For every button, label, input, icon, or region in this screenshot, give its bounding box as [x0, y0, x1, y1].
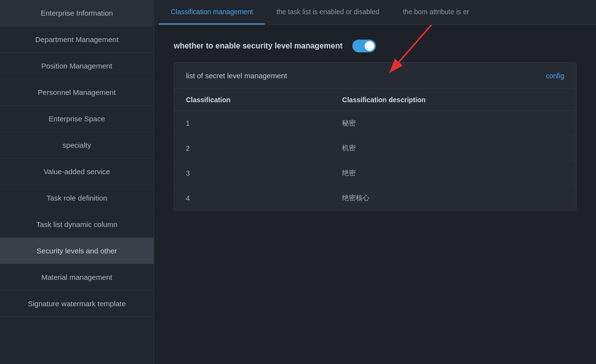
col-classification: Classification: [174, 89, 330, 111]
col-description: Classification description: [330, 89, 576, 111]
security-level-toggle[interactable]: [352, 40, 376, 52]
sidebar-item-specialty[interactable]: specialty: [0, 132, 154, 159]
cell-classification: 1: [174, 111, 330, 136]
sidebar-item-value-added[interactable]: Value-added service: [0, 159, 154, 185]
main-panel: Classification management the task list …: [154, 0, 596, 364]
tab-bom-attribute[interactable]: the bom attribute is er: [391, 0, 481, 24]
config-link[interactable]: config: [546, 72, 564, 80]
cell-description: 机密: [330, 136, 576, 161]
toggle-thumb: [365, 41, 374, 51]
cell-description: 绝密: [330, 161, 576, 186]
sidebar-item-enterprise-info[interactable]: Enterprise Information: [0, 0, 154, 26]
cell-description: 秘密: [330, 111, 576, 136]
sidebar-item-personnel-mgmt[interactable]: Personnel Management: [0, 79, 154, 106]
sidebar-item-task-role[interactable]: Task role definition: [0, 185, 154, 211]
classification-table: Classification Classification descriptio…: [174, 89, 576, 210]
secret-level-box: list of secret level management config C…: [174, 62, 576, 211]
toggle-label: whether to enable security level managem…: [174, 42, 343, 50]
sidebar-item-position-mgmt[interactable]: Position Management: [0, 53, 154, 79]
sidebar-item-enterprise-space[interactable]: Enterprise Space: [0, 106, 154, 132]
tab-bar: Classification management the task list …: [154, 0, 596, 25]
toggle-row: whether to enable security level managem…: [174, 40, 576, 52]
tab-task-list-toggle[interactable]: the task list is enabled or disabled: [265, 0, 391, 24]
cell-description: 绝密核心: [330, 186, 576, 211]
cell-classification: 2: [174, 136, 330, 161]
secret-box-title: list of secret level management: [186, 71, 287, 80]
sidebar-item-signature-watermark[interactable]: Signature watermark template: [0, 291, 154, 317]
cell-classification: 3: [174, 161, 330, 186]
table-row: 3绝密: [174, 161, 576, 186]
secret-box-header: list of secret level management config: [174, 63, 576, 89]
tab-classification-mgmt[interactable]: Classification management: [159, 0, 265, 24]
sidebar-item-department-mgmt[interactable]: Department Management: [0, 26, 154, 53]
table-header-row: Classification Classification descriptio…: [174, 89, 576, 111]
table-row: 4绝密核心: [174, 186, 576, 211]
sidebar: Enterprise Information Department Manage…: [0, 0, 154, 364]
cell-classification: 4: [174, 186, 330, 211]
content-area: whether to enable security level managem…: [154, 25, 596, 364]
sidebar-item-security-levels[interactable]: Security levels and other: [0, 238, 154, 264]
sidebar-item-material-mgmt[interactable]: Material management: [0, 264, 154, 291]
table-row: 2机密: [174, 136, 576, 161]
sidebar-item-task-list-dynamic[interactable]: Task list dynamic column: [0, 211, 154, 238]
table-row: 1秘密: [174, 111, 576, 136]
